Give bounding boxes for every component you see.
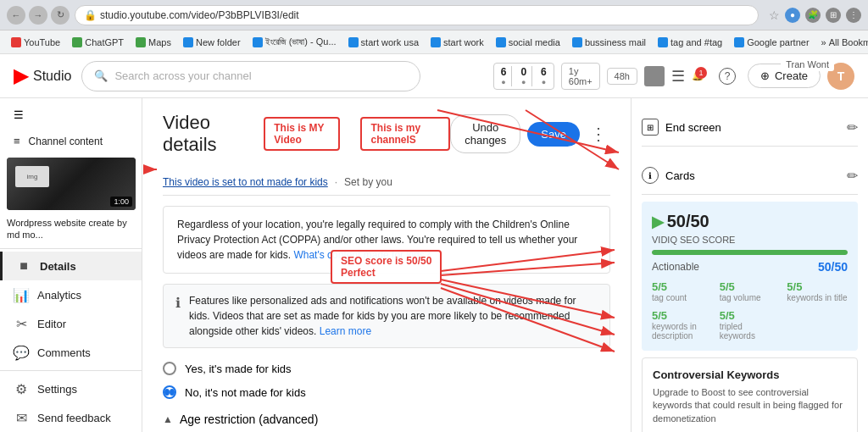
- metric-tripled-label: tripled keywords: [720, 322, 781, 341]
- metric-tripled-keywords: 5/5 tripled keywords: [720, 309, 781, 341]
- hamburger-menu[interactable]: ☰: [0, 102, 142, 128]
- radio-circle-yes[interactable]: [163, 362, 176, 375]
- profile-icon[interactable]: ●: [785, 8, 800, 23]
- seo-score-row: ▶ 50/50: [652, 212, 848, 231]
- seo-score-indicator: ▶ 50/50: [652, 212, 709, 231]
- info-text: Features like personalized ads and notif…: [189, 295, 576, 337]
- content-area: Video details This is MY Video This is m…: [142, 98, 631, 432]
- video-thumbnail[interactable]: img 1:00: [7, 158, 136, 210]
- list-view-icon[interactable]: ☰: [671, 67, 685, 86]
- bookmark-maps[interactable]: Maps: [131, 36, 175, 49]
- info-icon: ℹ: [175, 293, 181, 339]
- back-button[interactable]: ←: [7, 6, 25, 25]
- star-icon[interactable]: ☆: [769, 8, 780, 22]
- hamburger-icon: ☰: [14, 108, 24, 121]
- actionable-row: Actionable 50/50: [652, 260, 848, 274]
- user-name-display: Tran Wont: [781, 58, 834, 71]
- end-screen-edit-icon[interactable]: ✏: [847, 119, 858, 136]
- refresh-button[interactable]: ↻: [51, 6, 70, 25]
- controversial-box: Controversial Keywords Upgrade to Boost …: [642, 357, 858, 432]
- age-restriction-header[interactable]: ▲ Age restriction (advanced): [163, 413, 610, 426]
- details-icon: ■: [16, 258, 31, 274]
- controversial-text: Upgrade to Boost to see controversial ke…: [653, 386, 847, 425]
- metric-tag-volume-label: tag volume: [720, 293, 781, 302]
- menu-icon[interactable]: ⋮: [846, 8, 861, 23]
- bookmarks-bar: YouTube ChatGPT Maps New folder ইংরেজি (…: [0, 30, 868, 54]
- bookmark-startworkusa[interactable]: start work usa: [344, 36, 423, 49]
- cards-edit-icon[interactable]: ✏: [847, 168, 858, 184]
- actionable-label: Actionable: [652, 261, 699, 273]
- search-icon: 🔍: [94, 69, 108, 82]
- bookmark-bengali[interactable]: ইংরেজি (ভাষা) - Qu...: [248, 35, 341, 49]
- startwork-favicon: [348, 37, 359, 47]
- cards-label: Cards: [665, 169, 695, 182]
- search-bar[interactable]: 🔍 Search across your channel: [81, 61, 420, 91]
- address-bar[interactable]: 🔒 studio.youtube.com/video/P3bBPLVIB3I/e…: [75, 5, 759, 25]
- yt-studio-logo[interactable]: ▶ Studio: [14, 65, 71, 87]
- forward-button[interactable]: →: [29, 6, 47, 25]
- seo-progress-bar: [652, 250, 848, 255]
- help-button[interactable]: ?: [714, 63, 741, 90]
- bookmark-allbookmarks[interactable]: » All Bookmarks: [817, 36, 868, 49]
- sidebar-item-feedback[interactable]: ✉ Send feedback: [0, 403, 142, 432]
- metric-keywords-desc-label: keywords in description: [652, 322, 713, 341]
- sidebar-item-editor[interactable]: ✂ Editor: [0, 309, 142, 338]
- video-duration: 1:00: [110, 197, 132, 207]
- info-learn-more-link[interactable]: Learn more: [320, 325, 371, 337]
- sidebar-item-settings[interactable]: ⚙ Settings: [0, 374, 142, 403]
- seo-label: VIDIQ SEO SCORE: [652, 235, 848, 245]
- radio-made-for-kids[interactable]: Yes, it's made for kids: [163, 362, 610, 375]
- bookmark-chatgpt[interactable]: ChatGPT: [68, 36, 128, 49]
- sidebar: ☰ ≡ Channel content img 1:00 Wordpress w…: [0, 98, 142, 432]
- channel-content-label[interactable]: ≡ Channel content: [0, 128, 142, 154]
- metric-keywords-desc-score: 5/5: [652, 309, 713, 322]
- end-screen-label-group: ⊞ End screen: [642, 119, 721, 136]
- notification-icon[interactable]: 🔔 1: [692, 70, 704, 81]
- coppa-link[interactable]: What's content made for kids?: [293, 249, 430, 261]
- settings-icon: ⚙: [14, 381, 29, 396]
- bookmark-businessmail[interactable]: bussiness mail: [568, 36, 650, 49]
- metric-tag-count-label: tag count: [652, 293, 713, 302]
- sidebar-item-details[interactable]: ■ Details: [0, 252, 142, 280]
- video-status-bar: This video is set to not made for kids ·…: [163, 169, 610, 196]
- tab-icon[interactable]: ⊞: [826, 8, 841, 23]
- youtube-favicon: [11, 37, 21, 47]
- controversial-title: Controversial Keywords: [653, 368, 847, 381]
- bookmark-tag[interactable]: tag and #tag: [654, 36, 726, 49]
- seo-bar-fill: [652, 250, 848, 255]
- header-stats: 6 ● 0 ● 6 ● 1y60m+ 48h ☰ 🔔 1: [493, 63, 704, 90]
- status-text[interactable]: This video is set to not made for kids: [163, 176, 328, 188]
- analytics-chart-icon[interactable]: [644, 66, 665, 86]
- main-layout: ☰ ≡ Channel content img 1:00 Wordpress w…: [0, 98, 868, 432]
- coppa-notice: Regardless of your location, you're lega…: [163, 206, 610, 274]
- end-screen-item: ⊞ End screen ✏: [642, 108, 858, 147]
- bookmark-startwork[interactable]: start work: [426, 36, 488, 49]
- create-icon: ⊕: [760, 69, 770, 82]
- extension-icon[interactable]: 🧩: [805, 8, 821, 23]
- annotation-channel: This is my channelS: [360, 117, 450, 151]
- info-circle-icon: ℹ: [642, 167, 659, 184]
- radio-not-for-kids[interactable]: No, it's not made for kids: [163, 385, 610, 399]
- feedback-icon: ✉: [14, 410, 29, 425]
- metric-keywords-title-score: 5/5: [787, 280, 848, 293]
- metric-keywords-desc: 5/5 keywords in description: [652, 309, 713, 341]
- work-favicon: [431, 37, 441, 47]
- actionable-score: 50/50: [818, 260, 848, 274]
- bookmark-googlepartner[interactable]: Google partner: [730, 36, 813, 49]
- bookmark-youtube[interactable]: YouTube: [7, 36, 64, 49]
- chevron-down-icon: ▲: [163, 413, 173, 425]
- bookmark-newfolder[interactable]: New folder: [179, 36, 245, 49]
- undo-button[interactable]: Undo changes: [450, 114, 520, 153]
- radio-circle-no[interactable]: [163, 385, 176, 399]
- bookmark-socialmedia[interactable]: social media: [492, 36, 565, 49]
- sidebar-item-comments[interactable]: 💬 Comments: [0, 338, 142, 367]
- sidebar-divider: [0, 248, 142, 249]
- cards-item: ℹ Cards ✏: [642, 157, 858, 195]
- sidebar-item-analytics[interactable]: 📊 Analytics: [0, 280, 142, 309]
- editor-icon: ✂: [14, 316, 29, 331]
- comments-icon: 💬: [14, 345, 29, 360]
- save-button[interactable]: Save: [527, 122, 580, 147]
- channel-icon: ≡: [14, 135, 20, 147]
- bengali-favicon: [253, 37, 263, 47]
- more-options-button[interactable]: ⋮: [587, 120, 610, 147]
